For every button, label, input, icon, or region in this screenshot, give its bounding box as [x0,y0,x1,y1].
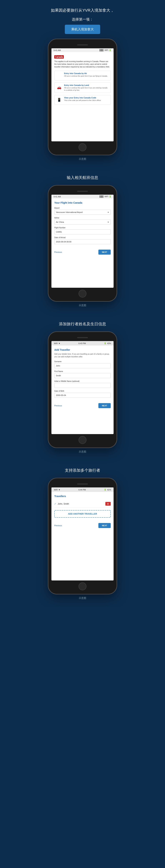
flight-nav: Previous NEXT [54,248,111,255]
home-button-1[interactable] [79,143,86,151]
phone-speaker-3 [77,337,88,338]
traveller-nav: Previous NEXT [54,401,111,408]
firstname-input[interactable]: Smith [54,373,111,378]
initial-group: Initial or Middle Name (optional) [54,380,111,388]
date-input[interactable]: 2020-09-04 00:00 [54,239,111,244]
status-wifi-3: WiFi ▼ [54,342,60,344]
phone-frame-4: WiFi ▼ 6:44 PM 🔋 41% Travellers ✓ John, … [49,478,116,594]
home-button-2[interactable] [79,290,86,298]
travellers-content: Travellers ✓ John, Smith 🗑 ADD ANOTHER T… [51,492,114,531]
traveller-next-button[interactable]: NEXT [98,403,111,408]
traveller-content: Add Traveller Add your details here. If … [51,345,114,411]
phone-top-bar-3 [51,335,114,340]
phone-bottom-bar-2 [51,289,114,298]
status-icons-3: 🔋 43% [104,342,111,344]
travellers-title: Travellers [54,495,111,498]
intro-text: 如果因必要旅行从YVR入境加拿大， [44,7,121,13]
battery-pct-3: 43% [107,342,111,344]
traveller-section: 添加旅行者姓名及生日信息 WiFi ▼ 6:43 PM 🔋 43% Add Tr… [0,314,165,461]
phone-frame-1: 9:41 AM ▌▌▌ WiFi 🔋 Canada This applies t… [49,39,116,155]
phone-speaker-2 [77,191,88,192]
status-bar-2: 9:41 AM ▌▌▌ WiFi 🔋 [51,195,114,198]
travellers-next-button[interactable]: NEXT [98,523,111,528]
caption-2: 示意图 [79,304,86,307]
flight-next-button[interactable]: NEXT [98,250,111,255]
traveller-section-title: 添加旅行者姓名及生日信息 [59,321,106,327]
firstname-group: First Name Smith [54,370,111,378]
status-time-4: 6:44 PM [78,489,86,491]
canada-option-air-text: Entry into Canada by Air Fill out or con… [64,72,108,77]
intro-section: 如果因必要旅行从YVR入境加拿大， 选择第一项： 乘机入境加拿大 9:41 AM… [0,0,165,168]
canada-option-land-desc: Fill out or continue this quick form if … [64,87,109,91]
flight-number-input[interactable]: CA991 [54,229,111,235]
canada-screen: Canada This applies to all incoming trav… [51,52,114,110]
add-another-traveller-button[interactable]: ADD ANOTHER TRAVELLER [54,510,111,518]
flight-number-label: Flight Number [54,227,111,229]
canada-option-land-title: Entry into Canada by Land [64,84,109,86]
battery-pct-4: 41% [107,489,111,491]
phone-speaker-4 [77,484,88,485]
flight-prev-button[interactable]: Previous [54,251,62,253]
surname-input[interactable]: John [54,363,111,368]
phone-screen-2: 9:41 AM ▌▌▌ WiFi 🔋 Your Flight into Cana… [51,195,114,288]
initial-label: Initial or Middle Name (optional) [54,380,111,382]
airport-select[interactable]: Vancouver International Airport ▼ [54,210,111,215]
flight-number-group: Flight Number CA991 [54,227,111,235]
caption-4: 示意图 [79,596,86,600]
airline-select[interactable]: Air China ▼ [54,220,111,224]
status-bar-4: WiFi ▼ 6:44 PM 🔋 41% [51,488,114,492]
airline-label: Airline [54,217,111,219]
dob-group: Date of Birth 2000-05-04 [54,390,111,398]
flight-section: 输入相关航班信息 9:41 AM ▌▌▌ WiFi 🔋 Your Flight … [0,168,165,314]
airline-value: Air China [56,221,64,223]
status-time-1: 9:41 AM [53,49,61,51]
airport-value: Vancouver International Airport [56,211,83,213]
surname-label: Surname [54,361,111,363]
table-row: ✓ John, Smith 🗑 [54,500,111,508]
select-air-button[interactable]: 乘机入境加拿大 [65,25,100,34]
caption-3: 示意图 [79,450,86,454]
airline-group: Airline Air China ▼ [54,217,111,224]
delete-traveller-button[interactable]: 🗑 [106,502,111,506]
canada-logo: Canada [54,55,111,59]
status-icons-4: 🔋 41% [104,489,111,491]
add-traveller-title: Add Traveller [54,348,111,351]
plane-icon: ✈ [56,72,62,79]
canada-option-air-title: Entry into Canada by Air [64,72,108,74]
home-button-3[interactable] [79,436,86,444]
canada-option-code-title: View your Entry into Canada Code [64,97,101,99]
airline-chevron-icon: ▼ [107,221,109,223]
canada-flag-icon: Canada [54,55,64,59]
caption-1: 示意图 [79,157,86,161]
dob-input[interactable]: 2000-05-04 [54,393,111,398]
initial-input[interactable] [54,383,111,388]
check-icon: ✓ [54,502,56,505]
canada-option-air[interactable]: ✈ Entry into Canada by Air Fill out or c… [54,71,111,80]
canada-option-code-desc: This is the code you will present to the… [64,99,101,102]
flight-screen-title: Your Flight into Canada [54,201,111,204]
phone-frame-2: 9:41 AM ▌▌▌ WiFi 🔋 Your Flight into Cana… [49,186,116,301]
phone-bottom-bar-4 [51,582,114,591]
travellers-prev-button[interactable]: Previous [54,524,62,527]
status-time-3: 6:43 PM [78,342,86,344]
surname-group: Surname John [54,361,111,368]
flight-section-title: 输入相关航班信息 [67,175,98,180]
car-icon: 🚗 [56,84,62,91]
date-label: Date of Arrival [54,237,111,239]
phone-screen-3: WiFi ▼ 6:43 PM 🔋 43% Add Traveller Add y… [51,341,114,434]
phone-screen-4: WiFi ▼ 6:44 PM 🔋 41% Travellers ✓ John, … [51,488,114,581]
traveller-prev-button[interactable]: Previous [54,405,62,407]
battery-icon-3: 🔋 [104,342,107,344]
firstname-label: First Name [54,370,111,372]
phone-frame-3: WiFi ▼ 6:43 PM 🔋 43% Add Traveller Add y… [49,332,116,447]
canada-desc: This applies to all incoming travellers … [54,60,111,68]
phone-top-bar-1 [51,42,114,48]
canada-option-code[interactable]: 📱 View your Entry into Canada Code This … [54,95,111,105]
home-button-4[interactable] [79,582,86,590]
canada-option-land[interactable]: 🚗 Entry into Canada by Land Fill out or … [54,83,111,93]
flight-number-value: CA991 [56,231,62,233]
canada-option-code-text: View your Entry into Canada Code This is… [64,97,101,102]
canada-option-land-text: Entry into Canada by Land Fill out or co… [64,84,109,91]
status-time-2: 9:41 AM [53,195,61,198]
travellers-section-title: 支持添加多个旅行者 [65,468,100,473]
